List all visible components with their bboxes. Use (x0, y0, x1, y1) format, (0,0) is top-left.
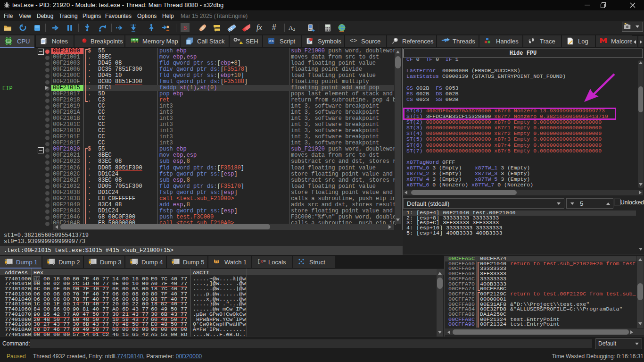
svg-text:<>: <> (350, 37, 357, 43)
svg-text:[x=]: [x=] (257, 259, 266, 264)
svg-text:!: ! (240, 41, 241, 44)
svg-text:32: 32 (7, 40, 10, 43)
svg-text:<>: <> (269, 39, 274, 44)
